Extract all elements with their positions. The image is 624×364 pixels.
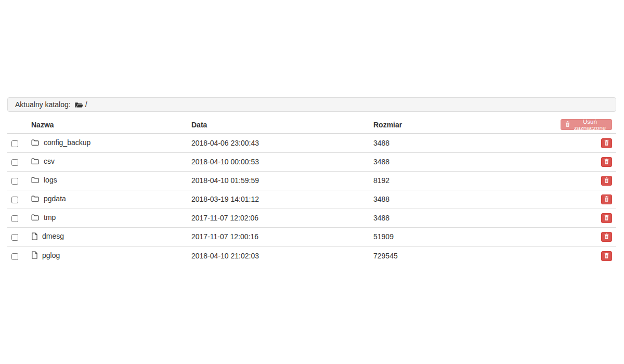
folder-icon [31, 176, 39, 184]
row-checkbox[interactable] [11, 215, 18, 222]
name-cell: pglog [27, 246, 187, 265]
row-delete-button[interactable] [601, 213, 612, 223]
trash-icon [604, 139, 609, 147]
date-cell: 2017-11-07 12:02:06 [187, 209, 369, 228]
row-checkbox[interactable] [11, 159, 18, 166]
name-cell: pgdata [27, 190, 187, 209]
row-delete-button[interactable] [601, 157, 612, 167]
actions-column-header: Usuń zaznaczone [556, 117, 616, 134]
actions-cell [556, 190, 616, 209]
row-delete-button[interactable] [601, 232, 612, 242]
trash-icon [604, 177, 609, 185]
date-cell: 2017-11-07 12:00:16 [187, 228, 369, 247]
checkbox-cell [7, 209, 27, 228]
date-cell: 2018-03-19 14:01:12 [187, 190, 369, 209]
checkbox-cell [7, 228, 27, 247]
row-checkbox[interactable] [11, 140, 18, 147]
name-cell: config_backup [27, 134, 187, 153]
current-directory-label: Aktualny katalog: [15, 100, 71, 109]
table-row: dmesg 2017-11-07 12:00:16 51909 [7, 228, 616, 247]
table-row: csv 2018-04-10 00:00:53 3488 [7, 153, 616, 172]
actions-cell [556, 153, 616, 172]
checkbox-cell [7, 134, 27, 153]
name-cell: tmp [27, 209, 187, 228]
size-cell: 3488 [369, 190, 556, 209]
checkbox-column-header [7, 117, 27, 134]
actions-cell [556, 172, 616, 190]
size-cell: 51909 [369, 228, 556, 247]
trash-icon [604, 196, 609, 203]
trash-icon [565, 121, 570, 128]
table-row: pglog 2018-04-10 21:02:03 729545 [7, 246, 616, 265]
name-column-header: Nazwa [27, 117, 187, 134]
date-cell: 2018-04-06 23:00:43 [187, 134, 369, 153]
row-checkbox[interactable] [11, 197, 18, 203]
file-name[interactable]: csv [44, 156, 55, 166]
file-name[interactable]: dmesg [42, 231, 64, 241]
name-cell: logs [27, 172, 187, 190]
checkbox-cell [7, 190, 27, 209]
file-table: Nazwa Data Rozmiar Usuń zaznaczone [7, 117, 616, 265]
size-column-header: Rozmiar [369, 117, 556, 134]
trash-icon [604, 158, 609, 166]
current-directory-panel: Aktualny katalog: / [7, 97, 616, 112]
row-checkbox[interactable] [11, 253, 18, 260]
folder-icon [31, 158, 39, 165]
table-row: pgdata 2018-03-19 14:01:12 3488 [7, 190, 616, 209]
row-delete-button[interactable] [601, 251, 612, 261]
actions-cell [556, 134, 616, 153]
actions-cell [556, 209, 616, 228]
date-column-header: Data [187, 117, 369, 134]
file-manager-page: Aktualny katalog: / Nazwa Data Rozmiar [0, 0, 624, 265]
actions-cell [556, 246, 616, 265]
checkbox-cell [7, 153, 27, 172]
file-name[interactable]: pglog [42, 250, 60, 261]
actions-cell [556, 228, 616, 247]
file-name[interactable]: tmp [44, 212, 56, 223]
checkbox-cell [7, 246, 27, 265]
size-cell: 3488 [369, 134, 556, 153]
table-row: config_backup 2018-04-06 23:00:43 3488 [7, 134, 616, 153]
file-table-header: Nazwa Data Rozmiar Usuń zaznaczone [7, 117, 616, 134]
row-delete-button[interactable] [601, 176, 612, 186]
size-cell: 729545 [369, 246, 556, 265]
row-checkbox[interactable] [11, 234, 18, 241]
checkbox-cell [7, 172, 27, 190]
size-cell: 3488 [369, 209, 556, 228]
row-checkbox[interactable] [11, 178, 18, 185]
date-cell: 2018-04-10 00:00:53 [187, 153, 369, 172]
file-name[interactable]: logs [44, 175, 57, 185]
size-cell: 8192 [369, 172, 556, 190]
row-delete-button[interactable] [601, 194, 612, 204]
name-cell: csv [27, 153, 187, 172]
delete-selected-button[interactable]: Usuń zaznaczone [561, 119, 612, 130]
folder-icon [31, 195, 39, 202]
table-row: tmp 2017-11-07 12:02:06 3488 [7, 209, 616, 228]
current-directory-path: / [85, 100, 87, 109]
date-cell: 2018-04-10 01:59:59 [187, 172, 369, 190]
folder-icon [31, 139, 39, 146]
folder-open-icon [75, 101, 83, 109]
trash-icon [604, 214, 609, 222]
row-delete-button[interactable] [601, 138, 612, 148]
trash-icon [604, 252, 609, 260]
size-cell: 3488 [369, 153, 556, 172]
folder-icon [31, 214, 39, 221]
trash-icon [604, 233, 609, 241]
file-icon [31, 232, 37, 240]
date-cell: 2018-04-10 21:02:03 [187, 246, 369, 265]
file-name[interactable]: pgdata [44, 193, 66, 204]
name-cell: dmesg [27, 228, 187, 247]
file-table-body: config_backup 2018-04-06 23:00:43 3488 [7, 134, 616, 265]
delete-selected-label: Usuń zaznaczone [573, 119, 607, 131]
file-icon [31, 251, 37, 259]
table-row: logs 2018-04-10 01:59:59 8192 [7, 172, 616, 190]
file-name[interactable]: config_backup [44, 137, 90, 148]
